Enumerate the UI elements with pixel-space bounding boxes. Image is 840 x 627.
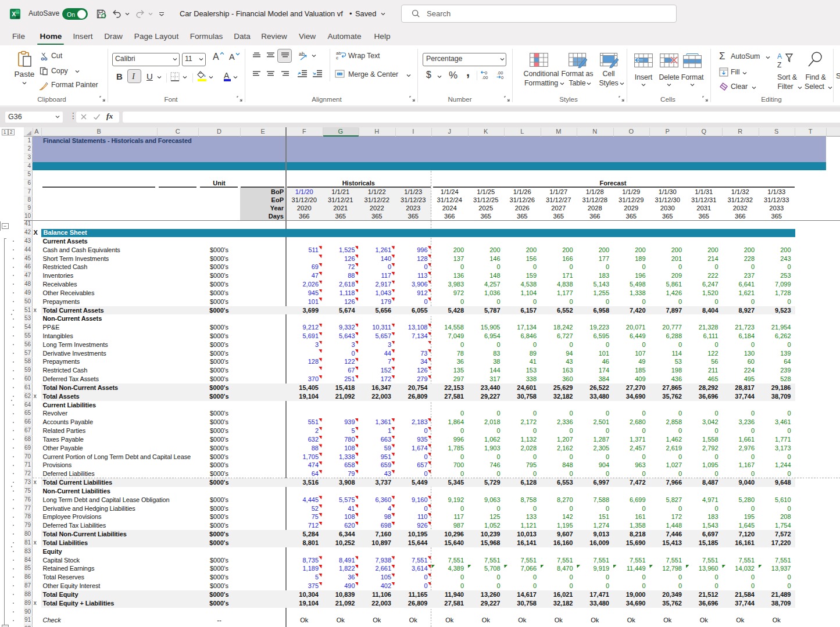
svg-text:X: X xyxy=(12,10,16,17)
svg-text:.00: .00 xyxy=(482,75,488,80)
svg-text:Z: Z xyxy=(777,61,781,69)
svg-text:c: c xyxy=(336,55,338,60)
svg-text:0: 0 xyxy=(501,75,503,80)
svg-text:A: A xyxy=(777,52,782,60)
svg-text:ab: ab xyxy=(299,51,305,57)
